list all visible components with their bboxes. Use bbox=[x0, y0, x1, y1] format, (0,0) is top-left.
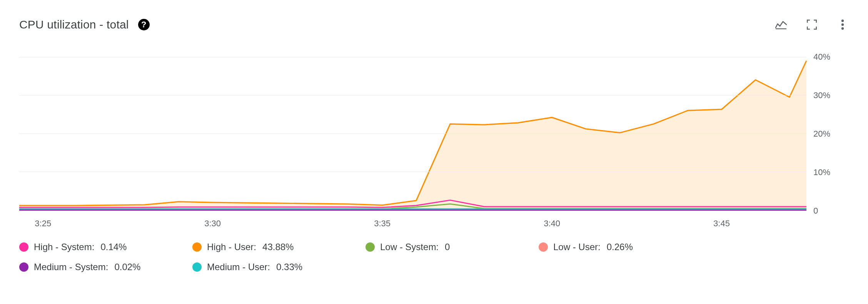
y-axis: 010%20%30%40% bbox=[806, 45, 849, 211]
legend-label: Medium - System: bbox=[34, 262, 108, 272]
svg-point-3 bbox=[841, 20, 844, 22]
gridline bbox=[19, 172, 806, 172]
help-icon[interactable]: ? bbox=[138, 19, 150, 30]
legend-swatch bbox=[19, 242, 28, 252]
y-tick-label: 10% bbox=[813, 167, 830, 177]
legend-value: 0.33% bbox=[276, 262, 302, 272]
legend-value: 0.14% bbox=[100, 242, 127, 252]
legend-swatch bbox=[366, 242, 375, 252]
header-left: CPU utilization - total ? bbox=[19, 19, 150, 30]
legend-label: Low - User: bbox=[553, 242, 601, 252]
series-area-high_user bbox=[19, 61, 806, 210]
x-axis: 3:253:303:353:403:45 bbox=[19, 211, 806, 234]
x-tick-label: 3:30 bbox=[204, 219, 221, 229]
legend-swatch bbox=[19, 262, 28, 272]
gridline bbox=[19, 134, 806, 134]
svg-point-5 bbox=[841, 27, 844, 30]
legend-toggle-icon[interactable] bbox=[775, 18, 787, 31]
x-tick-label: 3:40 bbox=[544, 219, 560, 229]
legend-value: 0.26% bbox=[607, 242, 633, 252]
x-tick-label: 3:25 bbox=[35, 219, 51, 229]
y-tick-label: 40% bbox=[813, 52, 830, 62]
legend-label: High - User: bbox=[207, 242, 256, 252]
legend-swatch bbox=[192, 242, 202, 252]
fullscreen-icon[interactable] bbox=[806, 18, 818, 31]
x-tick-label: 3:35 bbox=[374, 219, 391, 229]
more-options-icon[interactable] bbox=[836, 18, 849, 31]
svg-point-4 bbox=[841, 23, 844, 26]
chart-card: CPU utilization - total ? bbox=[0, 0, 868, 304]
chart-legend: High - System:0.14%High - User:43.88%Low… bbox=[19, 242, 849, 272]
legend-value: 43.88% bbox=[262, 242, 294, 252]
plot-canvas bbox=[19, 45, 806, 211]
card-header: CPU utilization - total ? bbox=[19, 15, 849, 34]
legend-item-high_system[interactable]: High - System:0.14% bbox=[19, 242, 189, 252]
legend-item-medium_user[interactable]: Medium - User:0.33% bbox=[192, 262, 362, 272]
chart-plot-area[interactable]: 010%20%30%40% 3:253:303:353:403:45 bbox=[19, 45, 849, 234]
gridline bbox=[19, 57, 806, 57]
legend-item-low_user[interactable]: Low - User:0.26% bbox=[539, 242, 708, 252]
y-tick-label: 20% bbox=[813, 129, 830, 139]
header-actions bbox=[775, 18, 849, 31]
legend-item-medium_system[interactable]: Medium - System:0.02% bbox=[19, 262, 189, 272]
legend-label: Low - System: bbox=[380, 242, 439, 252]
x-tick-label: 3:45 bbox=[713, 219, 730, 229]
legend-item-high_user[interactable]: High - User:43.88% bbox=[192, 242, 362, 252]
legend-value: 0.02% bbox=[114, 262, 140, 272]
gridline bbox=[19, 95, 806, 95]
chart-title: CPU utilization - total bbox=[19, 19, 129, 30]
legend-swatch bbox=[192, 262, 202, 272]
legend-swatch bbox=[539, 242, 548, 252]
y-tick-label: 0 bbox=[813, 206, 818, 216]
legend-label: High - System: bbox=[34, 242, 94, 252]
legend-label: Medium - User: bbox=[207, 262, 270, 272]
y-tick-label: 30% bbox=[813, 90, 830, 100]
legend-value: 0 bbox=[445, 242, 450, 252]
legend-item-low_system[interactable]: Low - System:0 bbox=[366, 242, 535, 252]
